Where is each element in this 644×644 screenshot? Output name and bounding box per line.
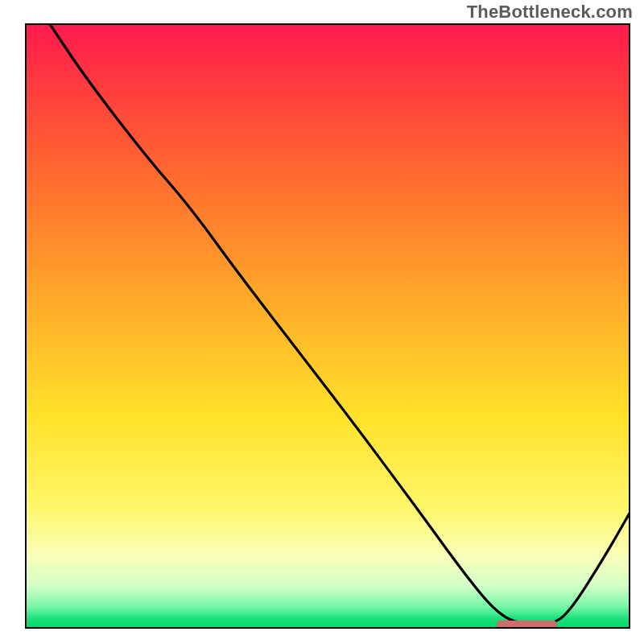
plot-background [26, 24, 630, 628]
chart-frame: TheBottleneck.com [0, 0, 644, 644]
bottleneck-chart [0, 0, 644, 644]
